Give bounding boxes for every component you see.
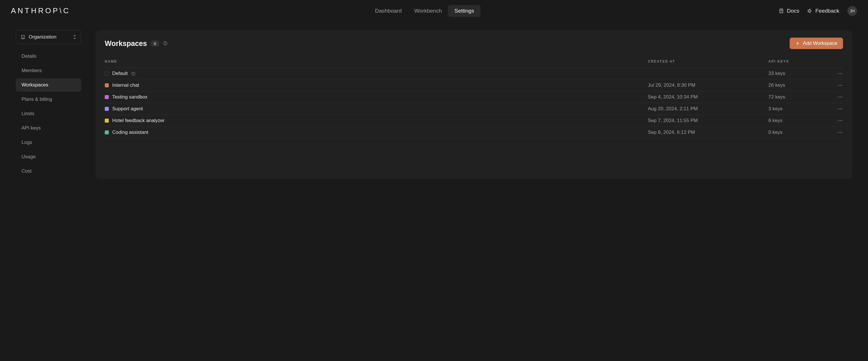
- add-workspace-button[interactable]: Add Workspace: [789, 38, 843, 49]
- docs-icon: [779, 8, 784, 13]
- workspace-api-keys: 6 keys: [768, 118, 826, 123]
- updown-icon: [73, 35, 76, 39]
- svg-point-23: [838, 97, 839, 98]
- org-selector-label: Organization: [29, 34, 69, 40]
- svg-point-29: [838, 120, 839, 121]
- svg-rect-8: [23, 38, 24, 39]
- sidebar-item-details[interactable]: Details: [16, 50, 81, 63]
- brand-logo: ANTHROP\C: [11, 6, 70, 15]
- workspace-name: Default: [112, 71, 128, 77]
- workspace-api-keys: 26 keys: [768, 83, 826, 88]
- workspace-created-at: Sep 9, 2024, 6:12 PM: [648, 129, 768, 135]
- workspace-created-at: Aug 20, 2024, 2:11 PM: [648, 106, 768, 112]
- svg-point-25: [841, 97, 842, 98]
- add-workspace-label: Add Workspace: [803, 40, 837, 46]
- info-icon[interactable]: [131, 71, 135, 76]
- sidebar-item-api-keys[interactable]: API keys: [16, 121, 81, 135]
- sidebar-item-limits[interactable]: Limits: [16, 107, 81, 120]
- table-row[interactable]: Coding assistantSep 9, 2024, 6:12 PM0 ke…: [105, 127, 843, 139]
- svg-point-18: [840, 73, 841, 74]
- nav-dashboard[interactable]: Dashboard: [369, 5, 408, 17]
- workspace-name: Internal chat: [112, 83, 139, 88]
- sidebar-item-plans-billing[interactable]: Plans & billing: [16, 93, 81, 106]
- col-created-at: CREATED AT: [648, 59, 768, 63]
- col-name: NAME: [105, 59, 648, 63]
- docs-link[interactable]: Docs: [779, 8, 799, 14]
- avatar[interactable]: JH: [847, 6, 857, 16]
- org-selector[interactable]: Organization: [16, 30, 81, 44]
- row-actions-button[interactable]: [826, 94, 843, 100]
- workspace-name: Testing sandbox: [112, 94, 148, 100]
- workspaces-panel: Workspaces 6 Add Workspace: [96, 30, 852, 179]
- workspace-name: Coding assistant: [112, 129, 148, 135]
- svg-point-17: [838, 73, 839, 74]
- svg-point-31: [841, 120, 842, 121]
- svg-point-28: [841, 109, 842, 110]
- feedback-link[interactable]: Feedback: [807, 8, 839, 14]
- nav-settings[interactable]: Settings: [448, 5, 480, 17]
- table-row[interactable]: Default33 keys: [105, 68, 843, 80]
- workspace-color-dot: [105, 119, 109, 123]
- col-api-keys: API KEYS: [768, 59, 826, 63]
- row-actions-button[interactable]: [826, 83, 843, 88]
- workspace-api-keys: 3 keys: [768, 106, 826, 112]
- workspace-count-badge: 6: [151, 40, 159, 47]
- row-actions-button[interactable]: [826, 71, 843, 77]
- workspace-created-at: Sep 4, 2024, 10:34 PM: [648, 94, 768, 100]
- info-icon[interactable]: [163, 41, 167, 46]
- svg-point-30: [840, 120, 841, 121]
- svg-point-19: [841, 73, 842, 74]
- table-row[interactable]: Testing sandboxSep 4, 2024, 10:34 PM72 k…: [105, 91, 843, 103]
- plus-icon: [795, 41, 800, 46]
- svg-point-11: [165, 42, 166, 42]
- table-row[interactable]: Internal chatJul 29, 2024, 8:30 PM26 key…: [105, 80, 843, 91]
- svg-point-21: [840, 85, 841, 86]
- feedback-icon: [807, 8, 813, 13]
- sidebar-item-logs[interactable]: Logs: [16, 136, 81, 149]
- row-actions-button[interactable]: [826, 129, 843, 135]
- svg-point-33: [840, 132, 841, 133]
- workspace-created-at: Sep 7, 2024, 11:55 PM: [648, 118, 768, 123]
- workspace-color-dot: [105, 130, 109, 134]
- workspace-color-dot: [105, 107, 109, 111]
- sidebar-item-usage[interactable]: Usage: [16, 150, 81, 163]
- svg-point-22: [841, 85, 842, 86]
- svg-rect-3: [22, 35, 25, 39]
- workspace-api-keys: 0 keys: [768, 129, 826, 135]
- workspace-api-keys: 72 keys: [768, 94, 826, 100]
- svg-point-32: [838, 132, 839, 133]
- workspace-color-dot: [105, 95, 109, 99]
- feedback-label: Feedback: [815, 8, 839, 14]
- sidebar-item-workspaces[interactable]: Workspaces: [16, 79, 81, 92]
- svg-point-20: [838, 85, 839, 86]
- workspace-color-dot: [105, 83, 109, 87]
- workspace-color-dot: [105, 71, 109, 76]
- svg-point-26: [838, 109, 839, 110]
- sidebar-item-members[interactable]: Members: [16, 64, 81, 77]
- svg-point-27: [840, 109, 841, 110]
- row-actions-button[interactable]: [826, 118, 843, 123]
- building-icon: [21, 35, 25, 39]
- workspace-created-at: Jul 29, 2024, 8:30 PM: [648, 83, 768, 88]
- page-title: Workspaces: [105, 39, 147, 48]
- row-actions-button[interactable]: [826, 106, 843, 112]
- docs-label: Docs: [787, 8, 799, 14]
- svg-point-34: [841, 132, 842, 133]
- table-row[interactable]: Support agentAug 20, 2024, 2:11 PM3 keys: [105, 103, 843, 115]
- sidebar-item-cost[interactable]: Cost: [16, 164, 81, 178]
- workspace-name: Hotel feedback analyzer: [112, 118, 164, 123]
- workspace-name: Support agent: [112, 106, 143, 112]
- table-row[interactable]: Hotel feedback analyzerSep 7, 2024, 11:5…: [105, 115, 843, 127]
- svg-point-24: [840, 97, 841, 98]
- nav-workbench[interactable]: Workbench: [408, 5, 448, 17]
- workspace-api-keys: 33 keys: [768, 71, 826, 77]
